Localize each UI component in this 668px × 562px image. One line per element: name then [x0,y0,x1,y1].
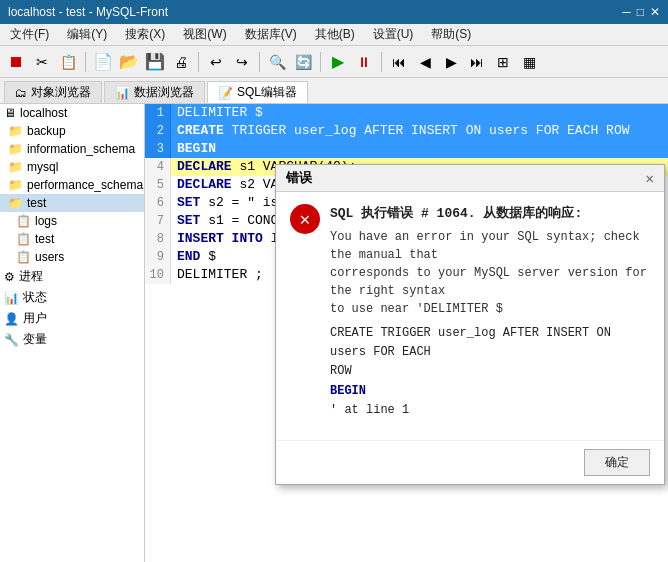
error-dialog[interactable]: 错误 ✕ ✕ SQL 执行错误 # 1064. 从数据库的响应: You hav… [275,164,665,485]
code-line-1: 1 DELIMITER $ [145,104,668,122]
menu-search[interactable]: 搜索(X) [119,24,171,45]
status-icon: 📊 [4,291,19,305]
menu-file[interactable]: 文件(F) [4,24,55,45]
new-button[interactable]: 📄 [91,50,115,74]
sidebar-item-performance-schema[interactable]: 📁 performance_schema [0,176,144,194]
tab-data-browser[interactable]: 📊 数据浏览器 [104,81,205,103]
sidebar: 🖥 localhost 📁 backup 📁 information_schem… [0,104,145,562]
error-message: You have an error in your SQL syntax; ch… [330,228,650,318]
sidebar-label-performance-schema: performance_schema [27,178,143,192]
grid-button[interactable]: ⊞ [491,50,515,74]
sidebar-label-logs: logs [35,214,57,228]
error-code: CREATE TRIGGER user_log AFTER INSERT ON … [330,324,650,420]
performance-schema-icon: 📁 [8,178,23,192]
dialog-title-bar: 错误 ✕ [276,165,664,192]
menu-help[interactable]: 帮助(S) [425,24,477,45]
copy-button[interactable]: 📋 [56,50,80,74]
scissors-button[interactable]: ✂ [30,50,54,74]
minimize-btn[interactable]: ─ [622,5,631,19]
sidebar-item-users[interactable]: 📋 users [0,248,144,266]
sidebar-item-test[interactable]: 📁 test [0,194,144,212]
menu-bar: 文件(F) 编辑(Y) 搜索(X) 视图(W) 数据库(V) 其他(B) 设置(… [0,24,668,46]
code-line-2: 2 CREATE TRIGGER user_log AFTER INSERT O… [145,122,668,140]
run-button[interactable]: ▶ [326,50,350,74]
save-button[interactable]: 💾 [143,50,167,74]
sidebar-item-localhost[interactable]: 🖥 localhost [0,104,144,122]
menu-edit[interactable]: 编辑(Y) [61,24,113,45]
tab-data-browser-label: 数据浏览器 [134,84,194,101]
sidebar-label-information-schema: information_schema [27,142,135,156]
tab-sql-editor-label: SQL编辑器 [237,84,297,101]
sidebar-item-backup[interactable]: 📁 backup [0,122,144,140]
tab-bar: 🗂 对象浏览器 📊 数据浏览器 📝 SQL编辑器 [0,78,668,104]
close-btn[interactable]: ✕ [650,5,660,19]
menu-view[interactable]: 视图(W) [177,24,232,45]
tab-object-browser-icon: 🗂 [15,86,27,100]
last-button[interactable]: ⏭ [465,50,489,74]
search-button[interactable]: 🔍 [265,50,289,74]
backup-icon: 📁 [8,124,23,138]
menu-settings[interactable]: 设置(U) [367,24,420,45]
dialog-title-text: 错误 [286,169,312,187]
dialog-body: ✕ SQL 执行错误 # 1064. 从数据库的响应: You have an … [276,192,664,440]
variables-icon: 🔧 [4,333,19,347]
tab-object-browser[interactable]: 🗂 对象浏览器 [4,81,102,103]
sidebar-item-variables[interactable]: 🔧 变量 [0,329,144,350]
ok-button[interactable]: 确定 [584,449,650,476]
tab-sql-editor[interactable]: 📝 SQL编辑器 [207,81,308,103]
error-title: SQL 执行错误 # 1064. 从数据库的响应: [330,204,650,222]
sidebar-item-mysql[interactable]: 📁 mysql [0,158,144,176]
first-button[interactable]: ⏮ [387,50,411,74]
toolbar-sep-3 [259,52,260,72]
sidebar-item-process[interactable]: ⚙ 进程 [0,266,144,287]
title-bar: localhost - test - MySQL-Front ─ □ ✕ [0,0,668,24]
dialog-close-button[interactable]: ✕ [646,170,654,187]
line-content-2: CREATE TRIGGER user_log AFTER INSERT ON … [171,122,668,140]
toolbar-sep-4 [320,52,321,72]
error-icon: ✕ [290,204,320,234]
sidebar-label-test: test [27,196,46,210]
editor-area[interactable]: 1 DELIMITER $ 2 CREATE TRIGGER user_log … [145,104,668,562]
sidebar-label-process: 进程 [19,268,43,285]
line-num-2: 2 [145,122,171,140]
stop2-button[interactable]: ⏸ [352,50,376,74]
open-button[interactable]: 📂 [117,50,141,74]
line-num-5: 5 [145,176,171,194]
title-text: localhost - test - MySQL-Front [8,5,168,19]
sidebar-label-status: 状态 [23,289,47,306]
maximize-btn[interactable]: □ [637,5,644,19]
dialog-error-row: ✕ SQL 执行错误 # 1064. 从数据库的响应: You have an … [290,204,650,420]
redo-button[interactable]: ↪ [230,50,254,74]
sidebar-label-users: users [35,250,64,264]
line-num-8: 8 [145,230,171,248]
menu-other[interactable]: 其他(B) [309,24,361,45]
code-line-3: 3 BEGIN [145,140,668,158]
menu-database[interactable]: 数据库(V) [239,24,303,45]
line-num-7: 7 [145,212,171,230]
toolbar: ⏹ ✂ 📋 📄 📂 💾 🖨 ↩ ↪ 🔍 🔄 ▶ ⏸ ⏮ ◀ ▶ ⏭ ⊞ ▦ [0,46,668,78]
tab-sql-editor-icon: 📝 [218,86,233,100]
print-button[interactable]: 🖨 [169,50,193,74]
tab-data-browser-icon: 📊 [115,86,130,100]
sidebar-item-information-schema[interactable]: 📁 information_schema [0,140,144,158]
logs-icon: 📋 [16,214,31,228]
replace-button[interactable]: 🔄 [291,50,315,74]
undo-button[interactable]: ↩ [204,50,228,74]
stop-button[interactable]: ⏹ [4,50,28,74]
sidebar-item-users-nav[interactable]: 👤 用户 [0,308,144,329]
information-schema-icon: 📁 [8,142,23,156]
sidebar-item-logs[interactable]: 📋 logs [0,212,144,230]
dialog-footer: 确定 [276,440,664,484]
toolbar-sep-5 [381,52,382,72]
sidebar-item-test-table[interactable]: 📋 test [0,230,144,248]
dialog-error-content: SQL 执行错误 # 1064. 从数据库的响应: You have an er… [330,204,650,420]
process-icon: ⚙ [4,270,15,284]
sidebar-item-status[interactable]: 📊 状态 [0,287,144,308]
tab-object-browser-label: 对象浏览器 [31,84,91,101]
line-num-9: 9 [145,248,171,266]
sidebar-label-test-table: test [35,232,54,246]
grid2-button[interactable]: ▦ [517,50,541,74]
prev-button[interactable]: ◀ [413,50,437,74]
next-button[interactable]: ▶ [439,50,463,74]
users-nav-icon: 👤 [4,312,19,326]
